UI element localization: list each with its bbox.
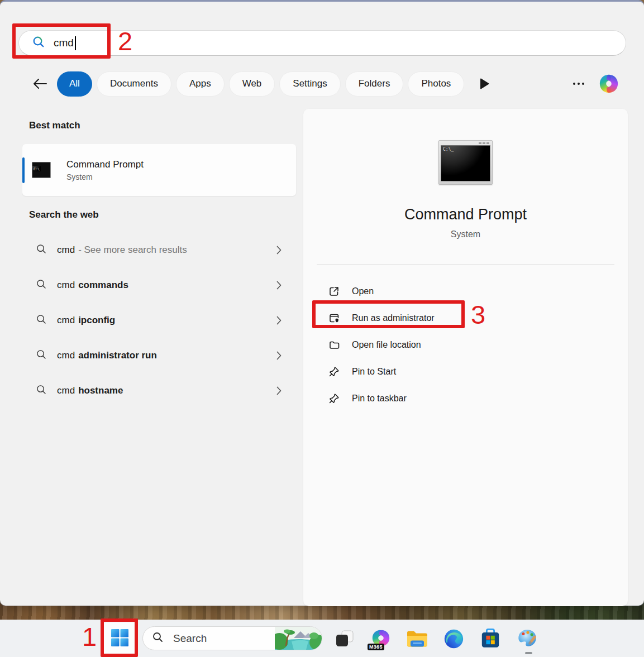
tab-photos[interactable]: Photos — [408, 71, 464, 97]
preview-panel: C:\_ Command Prompt System Open — [303, 109, 628, 606]
annotation-box-run-as-administrator — [312, 300, 465, 328]
tab-folders[interactable]: Folders — [345, 71, 404, 97]
search-highlight-image[interactable] — [275, 627, 322, 650]
running-app-indicator — [525, 652, 532, 654]
best-match-subtitle: System — [66, 172, 144, 181]
task-view-button[interactable] — [333, 627, 356, 650]
tab-label: Settings — [293, 78, 327, 89]
file-explorer-icon[interactable] — [406, 627, 428, 650]
action-open[interactable]: Open — [328, 281, 628, 301]
annotation-label-3: 3 — [471, 301, 485, 328]
tab-web[interactable]: Web — [229, 71, 275, 97]
suggestion-query: cmd — [57, 315, 75, 326]
paint-icon[interactable] — [516, 627, 538, 650]
action-pin-to-taskbar[interactable]: Pin to taskbar — [328, 389, 628, 409]
tab-label: Documents — [110, 78, 158, 89]
search-icon — [36, 384, 47, 397]
divider — [317, 264, 614, 265]
suggestion-query: cmd — [57, 350, 75, 361]
chevron-right-icon[interactable] — [276, 281, 282, 290]
m365-copilot-icon[interactable]: M365 — [370, 627, 392, 650]
web-suggestion-row[interactable]: cmdipconfig — [22, 309, 296, 332]
suggestion-query: cmd — [57, 280, 75, 291]
tab-apps[interactable]: Apps — [176, 71, 225, 97]
annotation-label-1: 1 — [82, 624, 97, 650]
microsoft-store-icon[interactable] — [479, 627, 502, 650]
taskbar-search-placeholder: Search — [173, 632, 207, 645]
filter-tabs-row: All Documents Apps Web Settings Folders … — [0, 70, 644, 97]
selection-accent-bar — [22, 157, 25, 183]
tab-label: Folders — [359, 78, 390, 89]
suggestion-suffix: - See more search results — [78, 244, 187, 256]
search-the-web-heading: Search the web — [29, 209, 296, 220]
best-match-text: Command Prompt System — [66, 159, 144, 181]
search-icon — [36, 314, 47, 327]
web-suggestion-row[interactable]: cmdcommands — [22, 274, 296, 296]
action-label: Pin to taskbar — [352, 394, 407, 404]
chevron-right-icon[interactable] — [276, 316, 282, 325]
tab-all[interactable]: All — [57, 71, 92, 97]
web-suggestion-row[interactable]: cmd- See more search results — [22, 239, 296, 261]
suggestion-query: cmd — [57, 385, 75, 396]
search-icon — [36, 349, 47, 362]
suggestion-suffix: administrator run — [78, 350, 157, 361]
edge-icon[interactable] — [442, 627, 465, 650]
preview-title: Command Prompt — [303, 206, 628, 223]
action-label: Open — [352, 286, 374, 296]
search-icon — [152, 631, 164, 645]
web-suggestion-row[interactable]: cmdhostname — [22, 380, 296, 402]
chevron-right-icon[interactable] — [276, 351, 282, 360]
suggestion-suffix: commands — [78, 280, 128, 291]
taskbar-search-box[interactable]: Search — [142, 626, 322, 650]
tab-label: All — [69, 78, 80, 89]
suggestion-suffix: ipconfig — [78, 315, 115, 326]
tab-label: Photos — [421, 78, 451, 89]
search-icon — [36, 243, 47, 257]
suggestion-query: cmd — [57, 244, 75, 256]
search-icon — [36, 279, 47, 292]
annotation-box-start-button — [101, 618, 138, 657]
screen: cmd All Documents Apps Web Settings Fold… — [0, 0, 644, 657]
tab-documents[interactable]: Documents — [97, 71, 171, 97]
annotation-label-2: 2 — [118, 28, 132, 54]
folder-icon — [328, 339, 340, 351]
annotation-box-search-field — [12, 23, 111, 59]
best-match-title: Command Prompt — [66, 159, 144, 170]
pin-icon — [328, 393, 340, 404]
action-open-file-location[interactable]: Open file location — [328, 335, 628, 355]
play-icon[interactable] — [480, 78, 489, 89]
pin-icon — [328, 366, 340, 377]
action-label: Pin to Start — [352, 367, 396, 377]
tab-label: Apps — [189, 78, 211, 89]
chevron-right-icon[interactable] — [276, 246, 282, 255]
action-label: Open file location — [352, 340, 421, 350]
tab-label: Web — [242, 78, 262, 89]
best-match-item[interactable]: C:\ Command Prompt System — [22, 144, 296, 196]
open-external-icon — [328, 286, 340, 297]
action-pin-to-start[interactable]: Pin to Start — [328, 362, 628, 382]
chevron-right-icon[interactable] — [276, 386, 282, 395]
web-suggestion-row[interactable]: cmdadministrator run — [22, 344, 296, 367]
back-button[interactable] — [31, 75, 48, 92]
results-column: Best match C:\ Command Prompt System Sea… — [22, 109, 296, 415]
m365-badge: M365 — [368, 644, 384, 650]
preview-subtitle: System — [303, 229, 628, 239]
tab-settings[interactable]: Settings — [279, 71, 340, 97]
command-prompt-icon: C:\_ — [438, 140, 493, 185]
best-match-heading: Best match — [29, 120, 296, 131]
more-options-button[interactable] — [573, 82, 585, 85]
copilot-icon[interactable] — [598, 73, 619, 94]
suggestion-suffix: hostname — [78, 385, 123, 396]
command-prompt-icon: C:\ — [32, 162, 51, 178]
